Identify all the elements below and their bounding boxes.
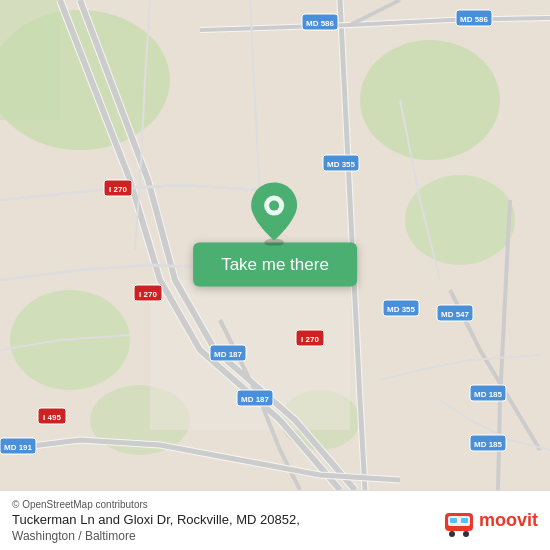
svg-rect-5 xyxy=(0,0,60,120)
svg-text:I 270: I 270 xyxy=(301,335,319,344)
footer: © OpenStreetMap contributors Tuckerman L… xyxy=(0,490,550,550)
moovit-icon xyxy=(443,505,475,537)
button-overlay: Take me there xyxy=(193,183,357,287)
svg-point-39 xyxy=(269,200,279,210)
svg-point-3 xyxy=(405,175,515,265)
svg-text:MD 586: MD 586 xyxy=(306,19,335,28)
moovit-logo: moovit xyxy=(443,505,538,537)
svg-text:I 495: I 495 xyxy=(43,413,61,422)
svg-rect-45 xyxy=(461,518,468,523)
location-pin xyxy=(245,183,305,243)
svg-text:I 270: I 270 xyxy=(109,185,127,194)
svg-text:I 270: I 270 xyxy=(139,290,157,299)
svg-text:MD 185: MD 185 xyxy=(474,390,503,399)
svg-text:MD 185: MD 185 xyxy=(474,440,503,449)
svg-point-42 xyxy=(449,531,455,537)
svg-rect-44 xyxy=(450,518,457,523)
osm-credit: © OpenStreetMap contributors xyxy=(12,499,300,510)
svg-text:MD 355: MD 355 xyxy=(387,305,416,314)
svg-text:MD 187: MD 187 xyxy=(241,395,270,404)
svg-text:MD 586: MD 586 xyxy=(460,15,489,24)
svg-point-2 xyxy=(360,40,500,160)
region-text: Washington / Baltimore xyxy=(12,529,300,543)
svg-text:MD 191: MD 191 xyxy=(4,443,33,452)
map-container: MD 586 MD 586 MD 355 MD 355 I 270 I 270 … xyxy=(0,0,550,490)
take-me-there-button[interactable]: Take me there xyxy=(193,243,357,287)
svg-text:MD 547: MD 547 xyxy=(441,310,470,319)
moovit-text: moovit xyxy=(479,510,538,531)
svg-point-43 xyxy=(463,531,469,537)
address-text: Tuckerman Ln and Gloxi Dr, Rockville, MD… xyxy=(12,512,300,527)
svg-rect-8 xyxy=(150,280,350,430)
svg-text:MD 355: MD 355 xyxy=(327,160,356,169)
footer-left: © OpenStreetMap contributors Tuckerman L… xyxy=(12,499,300,543)
svg-text:MD 187: MD 187 xyxy=(214,350,243,359)
